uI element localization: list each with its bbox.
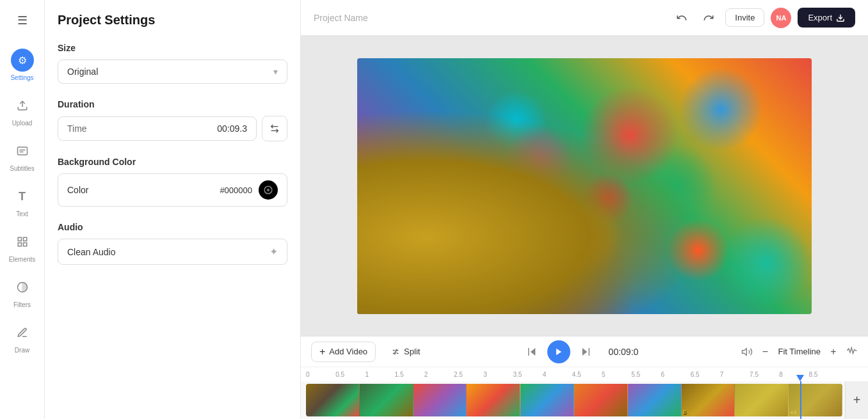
duration-input[interactable]: Time 00:09.3	[58, 116, 257, 141]
play-button[interactable]	[547, 340, 570, 363]
size-chevron-icon: ▾	[273, 67, 278, 77]
timeline-area: + Add Video Split 00:09:0	[301, 336, 868, 419]
split-button[interactable]: Split	[383, 343, 428, 360]
add-track-button[interactable]: +	[845, 381, 868, 419]
zoom-out-button[interactable]: −	[758, 344, 773, 360]
thumb-5	[520, 384, 574, 416]
svg-rect-4	[18, 237, 21, 241]
ruler-4: 4	[543, 371, 572, 378]
volume-button[interactable]	[741, 346, 753, 358]
time-label: Time	[67, 123, 87, 134]
draw-icon	[11, 321, 34, 344]
sidebar-item-draw-label: Draw	[15, 347, 29, 354]
invite-button[interactable]: Invite	[725, 8, 764, 27]
undo-button[interactable]	[671, 8, 692, 28]
add-track-icon: +	[853, 393, 861, 407]
skip-back-button[interactable]	[523, 343, 541, 361]
color-picker-row[interactable]: Color #000000	[58, 173, 287, 207]
video-preview	[357, 58, 812, 314]
avatar: NA	[771, 8, 791, 28]
svg-marker-13	[531, 348, 536, 356]
header-actions: Invite NA Export	[671, 8, 855, 28]
audio-row[interactable]: Clean Audio ✦	[58, 239, 287, 265]
ruler-1.5: 1.5	[395, 371, 424, 378]
size-section: Size Original ▾	[58, 43, 287, 84]
ruler-7: 7	[720, 371, 750, 378]
svg-marker-18	[742, 348, 746, 355]
size-value: Original	[67, 67, 98, 77]
canvas-area	[301, 36, 868, 336]
playback-controls: 00:09:0	[435, 340, 733, 363]
ruler-5: 5	[602, 371, 631, 378]
ruler-6.5: 6.5	[691, 371, 720, 378]
subtitles-icon	[11, 139, 34, 162]
thumb-1	[306, 384, 360, 416]
ruler-7.5: 7.5	[750, 371, 779, 378]
redo-button[interactable]	[698, 8, 719, 28]
svg-rect-1	[17, 147, 27, 155]
color-circle[interactable]	[259, 180, 278, 200]
ruler-6: 6	[661, 371, 690, 378]
ruler-2.5: 2.5	[454, 371, 483, 378]
text-icon: T	[11, 185, 34, 208]
thumb-7	[628, 384, 682, 416]
add-video-button[interactable]: + Add Video	[311, 342, 376, 362]
sidebar-item-filters-label: Filters	[13, 301, 31, 308]
duration-row: Time 00:09.3	[58, 116, 287, 141]
ruler-2: 2	[424, 371, 454, 378]
export-button[interactable]: Export	[798, 8, 855, 28]
sidebar-item-text[interactable]: T Text	[3, 180, 42, 223]
sidebar-item-filters[interactable]: Filters	[3, 271, 42, 313]
sidebar-item-draw[interactable]: Draw	[3, 316, 42, 359]
ruler-5.5: 5.5	[631, 371, 661, 378]
playhead-marker	[796, 375, 804, 381]
ruler-8.5: 8.5	[808, 371, 838, 378]
timeline-ruler: 0 0.5 1 1.5 2 2.5 3 3.5 4 4.5 5 5.5 6 6.…	[301, 367, 868, 381]
audio-section: Audio Clean Audio ✦	[58, 222, 287, 265]
color-hex-value: #000000	[220, 186, 252, 195]
sidebar-item-subtitles-label: Subtitles	[10, 165, 34, 172]
menu-toggle[interactable]: ☰	[10, 8, 35, 33]
skip-forward-button[interactable]	[577, 343, 595, 361]
thumb-9: S ▸	[735, 384, 789, 416]
time-value: 00:09.3	[217, 123, 247, 134]
settings-title: Project Settings	[58, 13, 287, 28]
ruler-3.5: 3.5	[513, 371, 542, 378]
sidebar-item-elements[interactable]: Elements	[3, 225, 42, 268]
waveform-button[interactable]	[846, 345, 858, 359]
color-label: Color	[67, 185, 88, 195]
ruler-4.5: 4.5	[572, 371, 602, 378]
thumb-10: S ▸	[789, 384, 842, 416]
swap-button[interactable]	[262, 116, 287, 141]
project-name[interactable]: Project Name	[314, 13, 664, 23]
sidebar-item-elements-label: Elements	[9, 256, 36, 263]
audio-value: Clean Audio	[67, 247, 116, 257]
right-controls: − Fit Timeline +	[741, 344, 858, 360]
size-select[interactable]: Original ▾	[58, 59, 287, 84]
sidebar-item-upload-label: Upload	[12, 120, 33, 127]
thumb-row: S S ▸ S ▸	[306, 384, 842, 416]
time-display: 00:09:0	[601, 347, 646, 357]
icon-sidebar: ☰ ⚙ Settings Upload Subtitles T Text Ele…	[0, 0, 45, 419]
clip-track[interactable]: S S ▸ S ▸ +	[301, 381, 868, 419]
elements-icon	[11, 230, 34, 253]
background-color-section: Background Color Color #000000	[58, 157, 287, 207]
sidebar-item-subtitles[interactable]: Subtitles	[3, 134, 42, 177]
svg-rect-5	[23, 237, 26, 241]
add-icon: +	[319, 346, 325, 358]
main-area: Project Name Invite NA Export +	[301, 0, 868, 419]
audio-label: Audio	[58, 222, 287, 232]
thumb-6	[574, 384, 628, 416]
zoom-in-button[interactable]: +	[826, 344, 841, 360]
settings-panel: Project Settings Size Original ▾ Duratio…	[45, 0, 301, 419]
svg-rect-6	[18, 243, 21, 246]
svg-rect-7	[23, 243, 26, 246]
settings-icon: ⚙	[11, 49, 34, 72]
thumb-3	[414, 384, 467, 416]
header: Project Name Invite NA Export	[301, 0, 868, 36]
sidebar-item-upload[interactable]: Upload	[3, 89, 42, 132]
sparkle-icon: ✦	[269, 246, 278, 258]
sidebar-item-settings[interactable]: ⚙ Settings	[3, 43, 42, 86]
duration-label: Duration	[58, 99, 287, 109]
size-label: Size	[58, 43, 287, 53]
